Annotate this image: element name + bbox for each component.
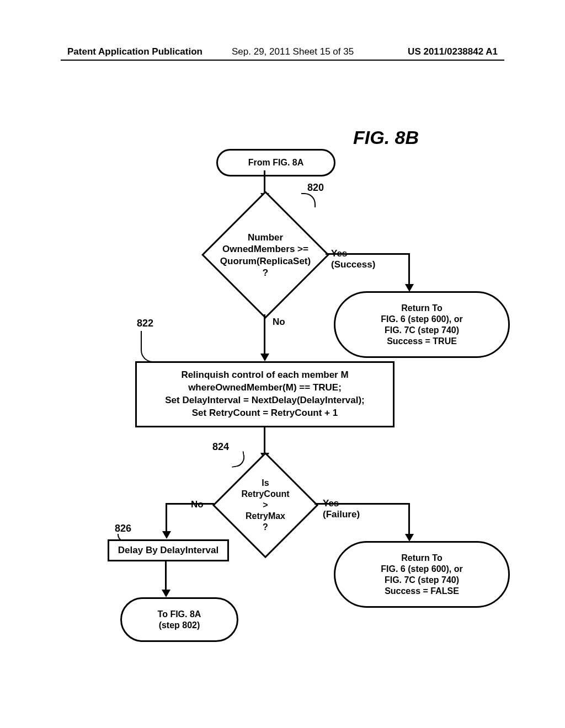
- terminal-return-failure: Return To FIG. 6 (step 600), or FIG. 7C …: [334, 541, 510, 608]
- ref-822: 822: [137, 318, 153, 329]
- header-right: US 2011/0238842 A1: [408, 46, 498, 57]
- header-rule: [61, 60, 504, 61]
- arrow: [166, 503, 214, 505]
- terminal-to-8a: To FIG. 8A (step 802): [120, 597, 238, 642]
- arrowhead-down-icon: [260, 354, 269, 361]
- ref-826: 826: [115, 523, 131, 534]
- edge-label-yes-success: Yes (Success): [331, 248, 375, 271]
- process-826: Delay By DelayInterval: [108, 539, 229, 561]
- arrow: [408, 253, 410, 286]
- arrow: [264, 427, 265, 455]
- arrowhead-down-icon: [405, 284, 414, 292]
- lead-line: [141, 331, 157, 362]
- arrowhead-down-icon: [162, 590, 170, 597]
- arrow: [165, 561, 167, 592]
- arrow: [166, 503, 167, 533]
- page: Patent Application Publication Sep. 29, …: [0, 0, 565, 728]
- terminal-from-8a: From FIG. 8A: [216, 149, 335, 176]
- arrow: [264, 314, 265, 356]
- arrow: [408, 503, 410, 536]
- terminal-return-success: Return To FIG. 6 (step 600), or FIG. 7C …: [334, 291, 510, 358]
- arrowhead-down-icon: [405, 534, 414, 542]
- header-left: Patent Application Publication: [67, 46, 202, 57]
- lead-line: [230, 451, 246, 468]
- edge-label-no-824: No: [191, 499, 204, 510]
- arrowhead-down-icon: [162, 531, 171, 539]
- decision-820-text: Number OwnedMembers >= Quorum(ReplicaSet…: [210, 232, 321, 279]
- edge-label-yes-failure: Yes (Failure): [323, 498, 360, 521]
- decision-820: Number OwnedMembers >= Quorum(ReplicaSet…: [201, 191, 329, 319]
- ref-824: 824: [212, 441, 229, 453]
- ref-820: 820: [307, 182, 324, 194]
- edge-label-no-820: No: [273, 317, 285, 328]
- header-center: Sep. 29, 2011 Sheet 15 of 35: [232, 46, 354, 57]
- process-822: Relinquish control of each member M wher…: [135, 361, 395, 427]
- figure-title: FIG. 8B: [353, 127, 419, 148]
- decision-824-text: Is RetryCount > RetryMax ?: [224, 478, 307, 533]
- lead-line: [301, 193, 316, 207]
